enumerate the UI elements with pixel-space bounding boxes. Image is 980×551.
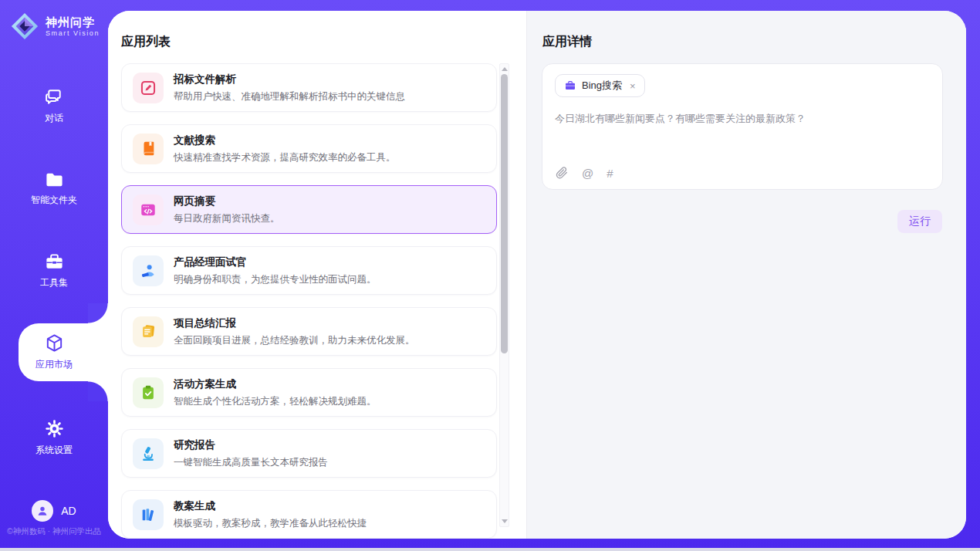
app-detail-title: 应用详情 — [542, 34, 592, 50]
cube-icon — [44, 333, 65, 353]
brand-text: 神州问学 Smart Vision — [46, 15, 100, 37]
app-card-desc: 一键智能生成高质量长文本研究报告 — [174, 456, 328, 469]
app-card-event-plan[interactable]: 活动方案生成 智能生成个性化活动方案，轻松解决规划难题。 — [121, 368, 497, 417]
app-card-desc: 每日政府新闻资讯快查。 — [174, 212, 280, 225]
sidebar-item-label: 智能文件夹 — [0, 194, 108, 207]
sidebar-item-toolset[interactable]: 工具集 — [0, 252, 108, 289]
sidebar-item-app-market[interactable]: 应用市场 — [0, 333, 108, 371]
brand-logo: 神州问学 Smart Vision — [10, 12, 100, 41]
main-content: 应用列表 招标文件解析 帮助用户快速、准确地理解和解析招标书中的关键信息 — [108, 11, 966, 539]
user-profile[interactable]: AD — [0, 500, 108, 522]
brand-name: 神州问学 — [46, 15, 100, 29]
app-card-literature-search[interactable]: 文献搜索 快速精准查找学术资源，提高研究效率的必备工具。 — [121, 124, 497, 173]
app-card-name: 文献搜索 — [174, 134, 396, 147]
app-card-lesson-plan[interactable]: 教案生成 模板驱动，教案秒成，教学准备从此轻松快捷 — [121, 490, 497, 539]
app-card-desc: 快速精准查找学术资源，提高研究效率的必备工具。 — [174, 151, 396, 164]
app-card-desc: 智能生成个性化活动方案，轻松解决规划难题。 — [174, 395, 377, 408]
notes-icon — [133, 316, 164, 347]
brand-diamond-icon — [10, 12, 39, 41]
chat-icon — [44, 86, 65, 107]
app-card-name: 招标文件解析 — [174, 73, 405, 86]
sidebar-item-label: 系统设置 — [0, 444, 108, 457]
bottom-edge-strip — [0, 548, 980, 551]
list-scrollbar[interactable] — [499, 63, 509, 527]
sidebar-item-label: 应用市场 — [0, 358, 108, 371]
user-initials: AD — [61, 505, 76, 517]
book-icon — [133, 134, 164, 164]
sidebar-item-chat[interactable]: 对话 — [0, 86, 108, 125]
app-card-bid-parse[interactable]: 招标文件解析 帮助用户快速、准确地理解和解析招标书中的关键信息 — [121, 63, 497, 112]
app-card-desc: 帮助用户快速、准确地理解和解析招标书中的关键信息 — [174, 90, 405, 103]
scroll-down-icon[interactable] — [502, 519, 508, 523]
brand-tagline: Smart Vision — [46, 29, 100, 37]
app-card-desc: 全面回顾项目进展，总结经验教训，助力未来优化发展。 — [174, 334, 415, 347]
run-button[interactable]: 运行 — [897, 210, 942, 233]
prompt-input[interactable]: 今日湖北有哪些新闻要点？有哪些需要关注的最新政策？ — [555, 111, 930, 127]
app-card-desc: 明确身份和职责，为您提供专业性的面试问题。 — [174, 273, 377, 286]
browser-code-icon — [133, 194, 164, 225]
chip-close-icon[interactable]: × — [630, 80, 636, 92]
copyright-footer: ©神州数码 · 神州问学出品 — [0, 526, 108, 537]
folder-icon — [44, 170, 65, 189]
app-card-pm-interviewer[interactable]: 产品经理面试官 明确身份和职责，为您提供专业性的面试问题。 — [121, 246, 497, 295]
app-card-name: 产品经理面试官 — [174, 255, 377, 269]
app-card-research-report[interactable]: 研究报告 一键智能生成高质量长文本研究报告 — [121, 429, 497, 478]
briefcase-icon — [564, 79, 576, 92]
avatar — [32, 500, 53, 522]
app-card-name: 教案生成 — [174, 499, 367, 513]
app-card-desc: 模板驱动，教案秒成，教学准备从此轻松快捷 — [174, 517, 367, 530]
app-list-title: 应用列表 — [121, 34, 171, 50]
scrollbar-thumb[interactable] — [501, 74, 508, 353]
bid-document-icon — [133, 73, 164, 103]
interviewer-icon — [133, 255, 164, 286]
paperclip-icon[interactable] — [555, 166, 569, 180]
app-card-web-summary[interactable]: 网页摘要 每日政府新闻资讯快查。 — [121, 185, 497, 234]
app-card-list: 招标文件解析 帮助用户快速、准确地理解和解析招标书中的关键信息 文献搜索 — [121, 63, 497, 539]
sidebar-item-smart-folder[interactable]: 智能文件夹 — [0, 170, 108, 207]
gear-icon — [44, 418, 65, 439]
app-card-name: 活动方案生成 — [174, 377, 377, 391]
app-card-project-summary[interactable]: 项目总结汇报 全面回顾项目进展，总结经验教训，助力未来优化发展。 — [121, 307, 497, 356]
tool-chip-label: Bing搜索 — [582, 79, 622, 93]
app-card-name: 项目总结汇报 — [174, 316, 415, 330]
scroll-up-icon[interactable] — [502, 67, 508, 71]
toolbox-icon — [44, 252, 65, 272]
hash-icon[interactable]: # — [607, 167, 613, 179]
prompt-toolbar: @ # — [555, 166, 613, 180]
user-avatar-icon — [35, 504, 49, 518]
prompt-card[interactable]: Bing搜索 × 今日湖北有哪些新闻要点？有哪些需要关注的最新政策？ @ # — [542, 63, 943, 190]
books-icon — [133, 499, 164, 530]
app-list-panel: 应用列表 招标文件解析 帮助用户快速、准确地理解和解析招标书中的关键信息 — [108, 11, 527, 539]
sidebar-item-label: 对话 — [0, 112, 108, 125]
sidebar-item-label: 工具集 — [0, 276, 108, 289]
sidebar: 神州问学 Smart Vision 对话 智能文件夹 — [0, 0, 108, 548]
mention-icon[interactable]: @ — [582, 167, 593, 179]
clipboard-check-icon — [133, 377, 164, 408]
app-card-name: 网页摘要 — [174, 194, 280, 208]
app-detail-panel: 应用详情 Bing搜索 × 今日湖北有哪些新闻要点？有哪些需要关注的最新政策？ — [527, 11, 966, 539]
tool-chip-bing-search[interactable]: Bing搜索 × — [555, 74, 645, 97]
microscope-icon — [133, 438, 164, 469]
app-card-name: 研究报告 — [174, 438, 328, 452]
sidebar-item-settings[interactable]: 系统设置 — [0, 418, 108, 457]
